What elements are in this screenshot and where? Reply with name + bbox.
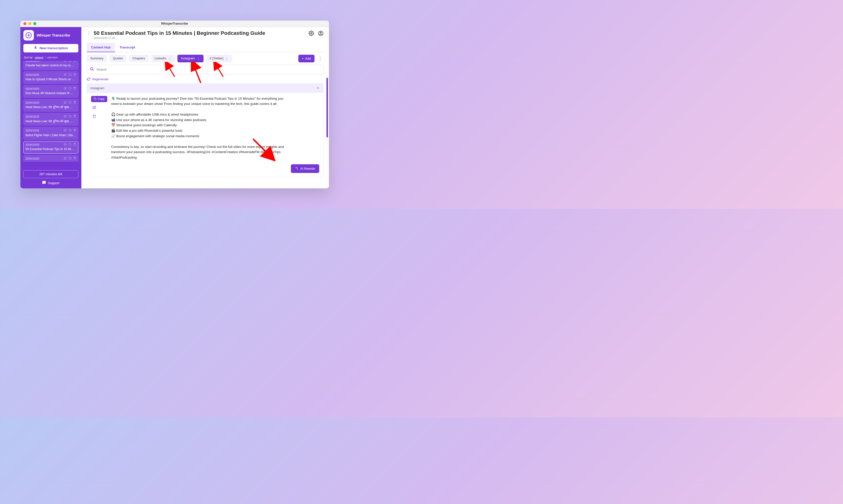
transcription-list: 2024/10/25Claude has taken control of my… [23, 61, 79, 168]
profile-icon[interactable] [318, 31, 324, 37]
folder-icon[interactable] [69, 87, 71, 91]
edit-icon[interactable] [64, 61, 67, 63]
kebab-icon[interactable]: ⋮ [225, 57, 228, 60]
edit-icon[interactable] [64, 129, 67, 132]
delete-icon[interactable] [73, 61, 76, 63]
svg-point-1 [28, 34, 30, 36]
edit-icon[interactable] [64, 87, 67, 91]
svg-point-4 [320, 32, 322, 33]
folder-icon[interactable] [69, 73, 71, 77]
microphone-icon [34, 46, 38, 51]
plus-icon: + [302, 57, 304, 60]
delete-icon[interactable] [73, 73, 76, 77]
wand-icon [295, 166, 298, 171]
new-transcription-button[interactable]: New transcription [23, 44, 79, 52]
sidebar-item[interactable]: 2024/10/25Hindi News Live: देश दुनिया की… [23, 113, 79, 126]
chip-linkedin[interactable]: LinkedIn⋮ [151, 55, 175, 62]
edit-icon[interactable] [64, 73, 67, 77]
kebab-icon[interactable]: ⋮ [168, 57, 171, 60]
minutes-left-button[interactable]: 287 minutes left [23, 170, 79, 178]
brand: Whisper Transcribe [23, 30, 79, 40]
title-bar: WhisperTranscribe [20, 21, 329, 27]
svg-point-5 [90, 68, 93, 70]
settings-icon[interactable] [309, 31, 314, 37]
page-title: 50 Essential Podcast Tips in 15 Minutes … [94, 30, 306, 36]
tab-transcript[interactable]: Transcript [115, 43, 140, 52]
page-timestamp: 2024/10/20 17:26 [94, 37, 306, 39]
delete-icon[interactable] [73, 115, 76, 119]
app-logo-icon [23, 30, 34, 40]
scrollbar-thumb[interactable] [326, 78, 328, 138]
edit-icon[interactable] [64, 115, 67, 119]
sort-newest[interactable]: newest [35, 56, 43, 59]
main-panel: ⋮ 50 Essential Podcast Tips in 15 Minute… [81, 27, 329, 188]
folder-icon[interactable] [69, 115, 71, 119]
folder-icon[interactable] [69, 101, 71, 105]
sidebar-item[interactable]: 2024/10/2050 Essential Podcast Tips in 1… [23, 141, 79, 154]
brand-name: Whisper Transcribe [37, 33, 70, 37]
folder-icon[interactable] [69, 143, 71, 147]
sidebar-item[interactable]: 2024/10/25Elon Musk और Mukesh Ambani के … [23, 85, 79, 98]
edit-icon[interactable] [64, 143, 67, 147]
folder-icon[interactable] [69, 157, 71, 161]
search-bar[interactable] [87, 65, 324, 74]
window-title: WhisperTranscribe [161, 22, 188, 25]
tab-content-hub[interactable]: Content Hub [87, 43, 115, 52]
chip-x-twitter[interactable]: X [Twitter]⋮ [206, 55, 232, 62]
edit-icon[interactable] [91, 105, 98, 111]
delete-icon[interactable] [91, 113, 98, 120]
sidebar-item[interactable]: 2024/10/25How to Upload 3 Minute Shorts … [23, 71, 79, 84]
delete-icon[interactable] [73, 143, 76, 147]
delete-icon[interactable] [73, 101, 76, 105]
refresh-icon [87, 77, 90, 82]
chip-instagram[interactable]: Instagram⋮ [177, 55, 204, 62]
sort-alphabet[interactable]: alphabet [47, 56, 57, 59]
edit-icon[interactable] [64, 101, 67, 105]
regenerate-button[interactable]: Regenerate [87, 77, 324, 82]
copy-icon [93, 97, 97, 101]
add-button[interactable]: + Add [298, 55, 314, 62]
content-card-instagram: Instagram Copy [87, 84, 324, 177]
maximize-window-button[interactable] [33, 22, 36, 25]
delete-icon[interactable] [73, 87, 76, 91]
svg-rect-6 [94, 98, 96, 100]
sort-row: Sort by: newest / alphabet [24, 56, 78, 59]
card-header[interactable]: Instagram [87, 84, 323, 93]
folder-icon[interactable] [69, 61, 71, 63]
delete-icon[interactable] [73, 157, 76, 161]
chip-summary[interactable]: Summary [87, 55, 107, 62]
minimize-window-button[interactable] [28, 22, 31, 25]
delete-icon[interactable] [73, 129, 76, 132]
kebab-icon[interactable]: ⋮ [197, 57, 200, 60]
search-input[interactable] [97, 68, 320, 71]
copy-button[interactable]: Copy [91, 96, 107, 102]
scrollbar[interactable] [326, 78, 328, 186]
sidebar-item[interactable]: 2024/10/25Claude has taken control of my… [23, 61, 79, 70]
chat-icon [42, 181, 46, 185]
folder-icon[interactable] [69, 129, 71, 132]
edit-icon[interactable] [64, 157, 67, 161]
chip-quotes[interactable]: Quotes [109, 55, 126, 62]
sidebar-item[interactable]: 2024/10/2050 Game-Changing Podcasting Ti… [23, 155, 79, 162]
svg-point-2 [311, 33, 312, 34]
header-menu-icon[interactable]: ⋮ [87, 30, 91, 36]
sidebar-item[interactable]: 2024/10/25Hindi News Live: देश दुनिया की… [23, 99, 79, 112]
chipbar-menu-icon[interactable]: ⋮ [317, 56, 324, 61]
close-window-button[interactable] [23, 22, 27, 25]
support-button[interactable]: Support [23, 181, 79, 185]
chip-chapters[interactable]: Chapters [129, 55, 149, 62]
sidebar-item[interactable]: 2024/10/25Bahut Pighle Hain | Zakir khan… [23, 127, 79, 140]
chevron-up-icon [316, 86, 320, 90]
search-icon [90, 67, 94, 72]
ai-rewrite-button[interactable]: AI Rewrite [291, 164, 319, 173]
sidebar: Whisper Transcribe New transcription Sor… [20, 27, 81, 188]
card-body-text: 🎙️ Ready to launch your podcasting journ… [111, 96, 290, 160]
